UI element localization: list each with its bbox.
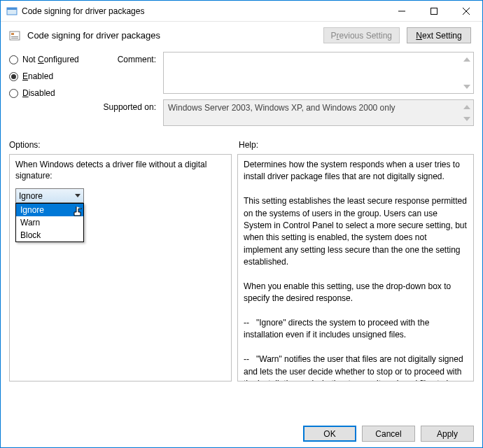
scroll-down-icon [461, 81, 472, 92]
apply-button[interactable]: Apply [421, 426, 474, 442]
app-icon [6, 6, 18, 17]
title-bar: Code signing for driver packages [1, 1, 482, 22]
svg-marker-12 [463, 105, 470, 109]
dropdown-option-warn[interactable]: Warn [16, 216, 83, 229]
policy-icon [9, 30, 20, 41]
comment-textarea[interactable] [163, 52, 474, 94]
options-panel: When Windows detects a driver file witho… [9, 154, 232, 382]
comment-label: Comment: [102, 52, 163, 64]
cancel-button[interactable]: Cancel [362, 426, 415, 442]
signature-response-combobox[interactable]: Ignore Ignore Warn Block [15, 188, 84, 203]
svg-rect-7 [11, 33, 14, 35]
maximize-button[interactable] [418, 1, 450, 21]
next-setting-button[interactable]: Next Setting [407, 27, 471, 43]
ok-button[interactable]: OK [303, 426, 356, 442]
svg-rect-1 [7, 8, 17, 10]
options-section-label: Options: [9, 140, 239, 150]
svg-rect-8 [11, 36, 18, 37]
help-panel: Determines how the system responds when … [237, 154, 474, 382]
svg-rect-9 [11, 38, 18, 38]
scroll-up-icon [461, 54, 472, 64]
svg-rect-6 [10, 31, 20, 40]
previous-setting-button: Previous Setting [323, 27, 400, 43]
radio-icon [9, 72, 18, 81]
close-button[interactable] [450, 1, 482, 21]
svg-marker-10 [463, 57, 470, 62]
window-title: Code signing for driver packages [22, 6, 386, 16]
help-section-label: Help: [239, 140, 258, 150]
svg-rect-3 [431, 8, 438, 14]
scroll-down-icon [461, 113, 472, 124]
svg-marker-11 [463, 85, 470, 89]
radio-icon [9, 55, 18, 64]
svg-marker-13 [463, 117, 470, 121]
options-prompt: When Windows detects a driver file witho… [15, 159, 225, 181]
combobox-dropdown: Ignore Warn Block [15, 203, 84, 242]
dropdown-option-block[interactable]: Block [16, 229, 83, 241]
supported-on-field: Windows Server 2003, Windows XP, and Win… [163, 99, 474, 126]
scroll-up-icon [461, 102, 472, 112]
radio-enabled[interactable]: Enabled [9, 71, 93, 81]
radio-disabled[interactable]: Disabled [9, 88, 93, 98]
help-text: Determines how the system responds when … [244, 159, 468, 382]
supported-label: Supported on: [102, 99, 163, 112]
radio-icon [9, 89, 18, 98]
combobox-value: Ignore [19, 191, 43, 201]
dropdown-option-ignore[interactable]: Ignore [16, 204, 83, 216]
minimize-button[interactable] [386, 1, 418, 21]
page-title: Code signing for driver packages [27, 30, 316, 41]
radio-not-configured[interactable]: Not Configured [9, 55, 93, 64]
chevron-down-icon [75, 194, 80, 197]
